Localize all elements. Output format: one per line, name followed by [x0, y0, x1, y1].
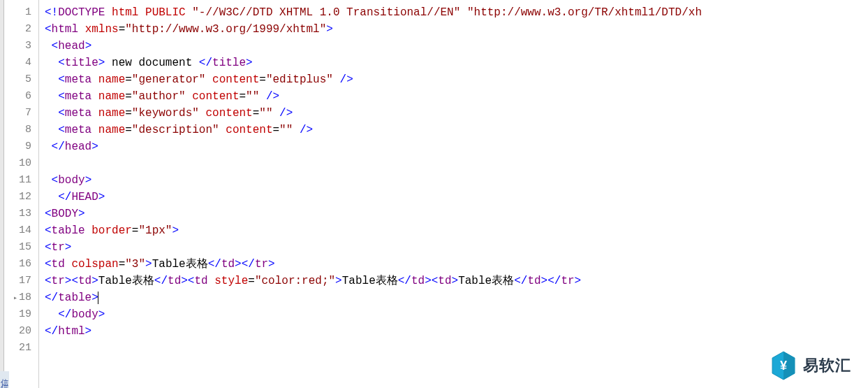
line-number[interactable]: 6 [4, 88, 38, 105]
code-token [208, 275, 215, 287]
line-number[interactable]: 1 [4, 4, 38, 21]
code-token: td [411, 275, 425, 287]
code-token [45, 40, 52, 52]
line-number[interactable]: 21 [4, 340, 38, 357]
code-token: BODY [52, 208, 78, 220]
line-number[interactable]: 12 [4, 189, 38, 206]
line-number[interactable]: 10 [4, 155, 38, 172]
code-line[interactable]: <!DOCTYPE html PUBLIC "-//W3C//DTD XHTML… [45, 4, 868, 21]
code-line[interactable]: </html> [45, 323, 868, 340]
code-token: > [98, 57, 105, 69]
code-token: head [65, 141, 91, 153]
code-token: Table表格 [152, 258, 208, 271]
code-token: </ [154, 275, 168, 287]
code-token: "" [259, 107, 272, 120]
code-token: < [58, 107, 65, 120]
code-token: meta [65, 73, 91, 86]
line-number[interactable]: 15 [4, 239, 38, 256]
code-token: head [58, 40, 84, 52]
code-token: < [58, 57, 65, 69]
code-token: html [58, 325, 84, 338]
code-line[interactable]: <head> [45, 38, 868, 55]
code-token: PUBLIC [145, 6, 186, 19]
code-token: </ [208, 258, 221, 271]
line-number[interactable]: 19 [4, 306, 38, 323]
code-token [78, 23, 85, 36]
line-number[interactable]: 7 [4, 105, 38, 122]
code-token [45, 308, 58, 321]
code-token: td [438, 275, 451, 287]
code-token: = [253, 107, 260, 120]
line-number[interactable]: 8 [4, 122, 38, 138]
code-token: ></ [235, 258, 255, 271]
line-number[interactable]: 14 [4, 222, 38, 239]
code-token: < [58, 90, 65, 103]
code-line[interactable]: </HEAD> [45, 189, 868, 206]
code-token: meta [65, 107, 91, 120]
code-line[interactable]: <meta name="description" content="" /> [45, 122, 868, 138]
code-line[interactable]: <BODY> [45, 206, 868, 222]
code-line[interactable]: <tr> [45, 239, 868, 256]
code-token: ></ [541, 275, 561, 287]
code-line[interactable]: </body> [45, 306, 868, 323]
code-token: < [45, 258, 52, 271]
code-token [91, 73, 98, 86]
code-token: > [65, 241, 72, 254]
code-token: td [527, 275, 540, 287]
line-number[interactable]: 18 [4, 289, 38, 306]
line-number[interactable]: 20 [4, 323, 38, 340]
code-editor-area[interactable]: <!DOCTYPE html PUBLIC "-//W3C//DTD XHTML… [39, 0, 868, 388]
code-token: > [85, 325, 92, 338]
code-token [91, 107, 98, 120]
code-token: > [326, 23, 333, 36]
line-number[interactable]: 17 [4, 273, 38, 289]
code-line[interactable] [45, 340, 868, 357]
code-token: table [58, 292, 91, 304]
code-line[interactable]: <title> new document </title> [45, 55, 868, 71]
line-number[interactable]: 3 [4, 38, 38, 55]
code-token: >< [425, 275, 438, 287]
code-token [45, 73, 58, 86]
code-token: </ [398, 275, 411, 287]
code-token [259, 90, 266, 103]
line-number[interactable]: 9 [4, 138, 38, 155]
hexagon-logo-icon: ¥ [770, 350, 797, 381]
code-line[interactable]: <td colspan="3">Table表格</td></tr> [45, 256, 868, 273]
code-token: = [125, 124, 132, 136]
code-line[interactable]: <table border="1px"> [45, 222, 868, 239]
line-number[interactable]: 5 [4, 71, 38, 88]
code-token: content [192, 90, 239, 103]
code-token: style [214, 275, 248, 287]
code-token [333, 73, 340, 86]
code-line[interactable]: </table> [45, 289, 868, 306]
code-line[interactable]: <body> [45, 172, 868, 189]
code-token: title [212, 57, 246, 69]
line-number[interactable]: 4 [4, 55, 38, 71]
code-token: = [119, 23, 126, 36]
code-line[interactable]: <meta name="keywords" content="" /> [45, 105, 868, 122]
code-line[interactable]: <meta name="generator" content="editplus… [45, 71, 868, 88]
code-token: > [246, 57, 253, 69]
code-token: < [52, 174, 59, 187]
code-token: Table表格 [458, 275, 514, 287]
code-token: </ [58, 191, 71, 203]
line-number[interactable]: 16 [4, 256, 38, 273]
code-token [105, 6, 112, 19]
code-token [65, 258, 72, 271]
code-token: "" [246, 90, 259, 103]
code-token: >< [65, 275, 78, 287]
code-line[interactable]: <html xmlns="http://www.w3.org/1999/xhtm… [45, 21, 868, 38]
code-token: < [58, 73, 65, 86]
code-line[interactable]: </head> [45, 138, 868, 155]
code-line[interactable]: <tr><td>Table表格</td><td style="color:red… [45, 273, 868, 289]
code-line[interactable] [45, 155, 868, 172]
line-number-gutter[interactable]: 123456789101112131415161718192021 [4, 0, 39, 388]
side-tab-stack[interactable]: 信 信 信 信 [0, 371, 9, 388]
code-token: > [145, 258, 152, 271]
code-token: < [45, 241, 52, 254]
line-number[interactable]: 11 [4, 172, 38, 189]
line-number[interactable]: 2 [4, 21, 38, 38]
line-number[interactable]: 13 [4, 206, 38, 222]
code-line[interactable]: <meta name="author" content="" /> [45, 88, 868, 105]
code-token: html [52, 23, 78, 36]
